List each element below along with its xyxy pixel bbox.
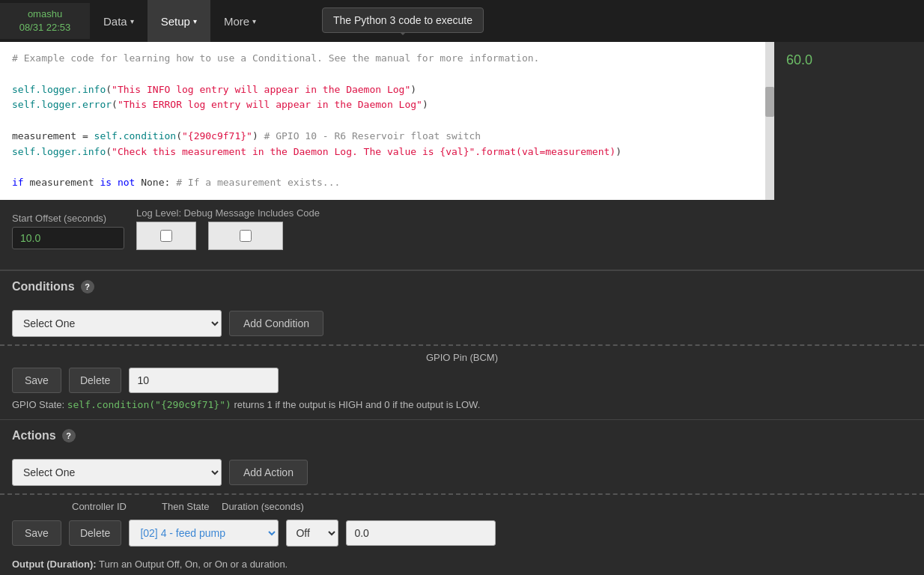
start-offset-label: Start Offset (seconds) [12, 213, 124, 224]
gpio-pin-label: GPIO Pin (BCM) [426, 352, 498, 363]
gpio-delete-button[interactable]: Delete [69, 368, 121, 393]
controller-id-label: Controller ID [12, 501, 162, 512]
conditions-select-row: Select One Add Condition [0, 302, 924, 344]
code-line-3: self.logger.info("This INFO log entry wi… [12, 82, 753, 98]
actions-title: Actions [12, 429, 56, 442]
checkbox-row [136, 222, 320, 250]
top-nav: omashu 08/31 22:53 Data ▾ Setup ▾ More ▾… [0, 0, 924, 42]
chevron-down-icon: ▾ [252, 17, 256, 25]
log-level-checkbox-1[interactable] [160, 230, 172, 242]
controller-id-select[interactable]: [02] 4 - feed pump [129, 520, 279, 547]
conditions-help-icon[interactable]: ? [81, 280, 94, 293]
scrollbar-thumb[interactable] [765, 87, 774, 117]
form-row-offset: Start Offset (seconds) Log Level: Debug … [12, 207, 912, 255]
gpio-save-button[interactable]: Save [12, 368, 61, 393]
code-line-6: measurement = self.condition("{290c9f71}… [12, 129, 753, 144]
actions-select-row: Select One Add Action [0, 451, 924, 493]
controller-row: Save Delete [02] 4 - feed pump Off On [0, 514, 924, 553]
duration-input[interactable] [346, 520, 496, 546]
conditions-title: Conditions [12, 280, 75, 293]
controller-label-row: Controller ID Then State Duration (secon… [0, 495, 924, 514]
gpio-pin-input[interactable] [129, 368, 279, 393]
code-line-4: self.logger.error("This ERROR log entry … [12, 97, 753, 113]
output-info-1: Output (Duration): Turn an Output Off, O… [0, 553, 924, 571]
app-datetime: 08/31 22:53 [12, 21, 78, 34]
app-brand: omashu 08/31 22:53 [0, 3, 90, 39]
nav-data-button[interactable]: Data ▾ [90, 0, 148, 42]
log-level-checkbox-2[interactable] [240, 230, 252, 242]
nav-more-button[interactable]: More ▾ [210, 0, 270, 42]
form-section: Start Offset (seconds) Log Level: Debug … [0, 200, 924, 270]
code-line-8 [12, 160, 753, 176]
log-level-label: Log Level: Debug Message Includes Code [136, 207, 320, 219]
conditions-header: Conditions ? [0, 270, 924, 302]
code-line-9: if measurement is not None: # If a measu… [12, 175, 753, 191]
conditions-select[interactable]: Select One [12, 310, 222, 337]
gpio-controls: Save Delete [12, 368, 912, 393]
then-state-label: Then State [162, 501, 222, 512]
chevron-down-icon: ▾ [130, 17, 134, 25]
side-value: 60.0 [786, 52, 812, 68]
chevron-down-icon: ▾ [193, 17, 197, 25]
then-state-select[interactable]: Off On [286, 520, 338, 547]
output-desc: Turn an Output Off, On, or On or a durat… [99, 559, 288, 570]
output-info-2: self.run_action("{5c1df823}") will execu… [0, 571, 924, 575]
checkbox-wrapper-2 [208, 222, 283, 250]
app-name-version: omashu [12, 7, 78, 21]
gpio-section: GPIO Pin (BCM) Save Delete GPIO State: s… [0, 344, 924, 419]
side-value-box: 60.0 [774, 42, 924, 200]
actions-select[interactable]: Select One [12, 459, 222, 486]
nav-setup-button[interactable]: Setup ▾ [148, 0, 210, 42]
code-editor[interactable]: # Example code for learning how to use a… [0, 42, 765, 200]
code-line-2 [12, 67, 753, 82]
code-scrollbar[interactable] [765, 42, 774, 200]
actions-section: Controller ID Then State Duration (secon… [0, 493, 924, 575]
duration-label: Duration (seconds) [222, 501, 326, 512]
log-level-group: Log Level: Debug Message Includes Code [136, 207, 320, 255]
gpio-info: GPIO State: self.condition("{290c9f71}")… [12, 393, 912, 412]
checkbox-wrapper-1 [136, 222, 196, 250]
code-line-7: self.logger.info("Check this measurement… [12, 144, 753, 160]
code-editor-area: # Example code for learning how to use a… [0, 42, 924, 200]
add-condition-button[interactable]: Add Condition [229, 311, 323, 336]
add-action-button[interactable]: Add Action [229, 460, 308, 485]
gpio-label-row: GPIO Pin (BCM) [12, 346, 912, 368]
action-save-button[interactable]: Save [12, 520, 61, 546]
main-content: # Example code for learning how to use a… [0, 42, 924, 575]
code-line-5 [12, 113, 753, 129]
start-offset-group: Start Offset (seconds) [12, 213, 124, 249]
action-delete-button[interactable]: Delete [69, 520, 121, 546]
python-tooltip: The Python 3 code to execute [322, 7, 484, 33]
output-label: Output (Duration): [12, 559, 97, 570]
code-line-1: # Example code for learning how to use a… [12, 51, 753, 67]
gpio-code-ref: self.condition("{290c9f71}") [67, 399, 231, 410]
start-offset-input[interactable] [12, 227, 124, 249]
actions-header: Actions ? [0, 419, 924, 451]
actions-help-icon[interactable]: ? [62, 429, 76, 442]
